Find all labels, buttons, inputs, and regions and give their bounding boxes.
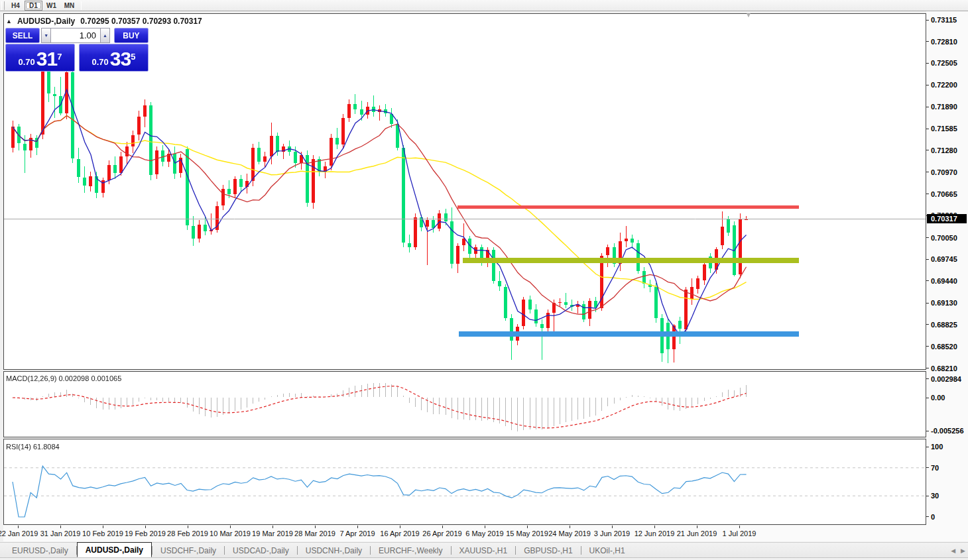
timeframe-button-h4[interactable]: H4: [7, 1, 25, 11]
rsi-axis-label: 70: [931, 464, 939, 472]
buy-price-pip: 5: [131, 46, 135, 68]
macd-axis-tick: [926, 378, 929, 379]
date-axis-label: 12 Jun 2019: [635, 530, 675, 537]
macd-axis-tick: [926, 431, 929, 431]
tab-scroll-right-icon[interactable]: ▶: [961, 547, 965, 554]
date-axis-tick: [739, 526, 740, 528]
price-axis[interactable]: 0.70317 0.731150.728100.725050.722000.71…: [926, 11, 968, 541]
date-axis[interactable]: 22 Jan 201931 Jan 201910 Feb 201919 Feb …: [3, 526, 926, 541]
date-axis-label: 31 Jan 2019: [40, 530, 81, 537]
date-axis-tick: [485, 526, 485, 528]
date-axis-label: 7 Apr 2019: [339, 530, 375, 537]
price-axis-label: 0.68520: [931, 343, 957, 351]
date-axis-tick: [60, 526, 61, 528]
quote-line: ▲ AUDUSD-,Daily 0.70295 0.70357 0.70293 …: [6, 17, 202, 26]
price-axis-label: 0.69745: [931, 255, 957, 263]
date-axis-label: 28 Mar 2019: [294, 530, 335, 537]
date-axis-tick: [400, 526, 400, 528]
rsi-axis-tick: [926, 467, 929, 468]
chart-shift-marker-icon[interactable]: ▼: [745, 11, 752, 19]
buy-price-prefix: 0.70: [92, 56, 109, 69]
volume-increase-button[interactable]: ▲: [100, 28, 110, 43]
macd-axis-label: 0.00: [931, 394, 945, 402]
sell-button[interactable]: SELL: [5, 28, 40, 43]
chart-tab-eurusd-daily[interactable]: EURUSD-,Daily: [4, 543, 76, 557]
price-axis-label: 0.70050: [931, 234, 957, 242]
macd-axis-tick: [926, 398, 929, 398]
chart-tab-xauusd-h1[interactable]: XAUUSD-,H1: [452, 543, 516, 557]
sell-price-display[interactable]: 0.70 31 7: [5, 44, 75, 72]
chart-tab-bar: EURUSD-,DailyAUDUSD-,DailyUSDCHF-,DailyU…: [0, 542, 968, 558]
collapse-triangle-icon[interactable]: ▲: [6, 18, 12, 25]
rsi-axis-tick: [926, 447, 929, 447]
price-axis-tick: [926, 194, 929, 194]
price-axis-label: 0.72505: [931, 59, 957, 67]
macd-canvas[interactable]: [4, 372, 926, 437]
current-price-tag: 0.70317: [927, 214, 967, 223]
price-axis-label: 0.72200: [931, 81, 957, 89]
sell-price-main: 31: [36, 49, 57, 69]
date-axis-tick: [570, 526, 570, 528]
chart-tab-usdcad-daily[interactable]: USDCAD-,Daily: [225, 543, 297, 557]
date-axis-label: 19 Feb 2019: [125, 530, 166, 537]
price-axis-tick: [926, 303, 929, 304]
buy-price-display[interactable]: 0.70 33 5: [79, 44, 149, 72]
rsi-canvas[interactable]: [4, 439, 926, 524]
price-axis-label: 0.71585: [931, 125, 957, 133]
price-axis-tick: [926, 63, 929, 64]
timeframe-button-d1[interactable]: D1: [25, 1, 42, 11]
timeframe-button-w1[interactable]: W1: [42, 1, 60, 11]
date-axis-label: 22 Jan 2019: [0, 530, 38, 537]
date-axis-tick: [654, 526, 655, 528]
date-axis-label: 16 Apr 2019: [380, 530, 419, 537]
rsi-axis-label: 30: [931, 492, 939, 500]
rsi-pane[interactable]: [3, 439, 926, 525]
price-axis-tick: [926, 107, 929, 107]
price-axis-label: 0.72810: [931, 38, 957, 46]
rsi-axis-label: 0: [931, 513, 935, 521]
buy-button[interactable]: BUY: [114, 28, 149, 43]
price-axis-tick: [926, 324, 929, 325]
tab-scroll-left-icon[interactable]: ◀: [951, 547, 955, 554]
chart-tab-audusd-daily[interactable]: AUDUSD-,Daily: [77, 542, 152, 557]
chart-tab-gbpusd-h1[interactable]: GBPUSD-,H1: [516, 543, 580, 557]
date-axis-tick: [230, 526, 231, 528]
chart-tab-usdchf-daily[interactable]: USDCHF-,Daily: [152, 543, 224, 557]
date-axis-tick: [272, 526, 273, 528]
date-axis-tick: [612, 526, 613, 528]
tab-scroll-arrows: ◀ ▶: [951, 547, 965, 554]
buy-price-main: 33: [110, 49, 131, 69]
date-axis-tick: [145, 526, 146, 528]
price-axis-tick: [926, 150, 929, 150]
price-axis-label: 0.71280: [931, 146, 957, 154]
toolbar-grip[interactable]: [1, 1, 5, 10]
price-axis-label: 0.71890: [931, 103, 957, 111]
date-axis-label: 10 Feb 2019: [82, 530, 123, 537]
sell-price-prefix: 0.70: [19, 56, 35, 69]
toolbar-separator: [81, 1, 82, 10]
date-axis-label: 10 Mar 2019: [210, 530, 251, 537]
price-axis-tick: [926, 346, 929, 347]
date-axis-label: 3 Jun 2019: [594, 530, 630, 537]
chart-tab-usdcnh-daily[interactable]: USDCNH-,Daily: [298, 543, 370, 557]
volume-decrease-button[interactable]: ▼: [41, 28, 51, 43]
price-axis-label: 0.69440: [931, 277, 957, 285]
price-axis-label: 0.68210: [931, 364, 957, 372]
chart-tab-eurchf-weekly[interactable]: EURCHF-,Weekly: [371, 543, 450, 557]
date-axis-label: 24 May 2019: [548, 530, 591, 537]
chart-tab-ukoil-h1[interactable]: UKOil-,H1: [581, 543, 633, 557]
date-axis-label: 6 May 2019: [465, 530, 503, 537]
price-axis-tick: [926, 129, 929, 129]
timeframe-button-mn[interactable]: MN: [60, 1, 78, 11]
date-axis-tick: [527, 526, 528, 528]
price-axis-tick: [926, 280, 929, 281]
rsi-axis-tick: [926, 516, 929, 517]
quote-symbol: AUDUSD-,Daily: [17, 17, 75, 26]
price-axis-tick: [926, 237, 929, 238]
one-click-trading-panel: SELL ▼ ▲ BUY 0.70 31 7 0.70 33 5: [5, 28, 149, 72]
volume-input[interactable]: [51, 28, 100, 43]
date-axis-label: 15 May 2019: [506, 530, 548, 537]
timeframe-toolbar: H4D1W1MN: [0, 0, 968, 11]
price-axis-label: 0.69130: [931, 299, 957, 307]
macd-pane[interactable]: [3, 371, 926, 437]
